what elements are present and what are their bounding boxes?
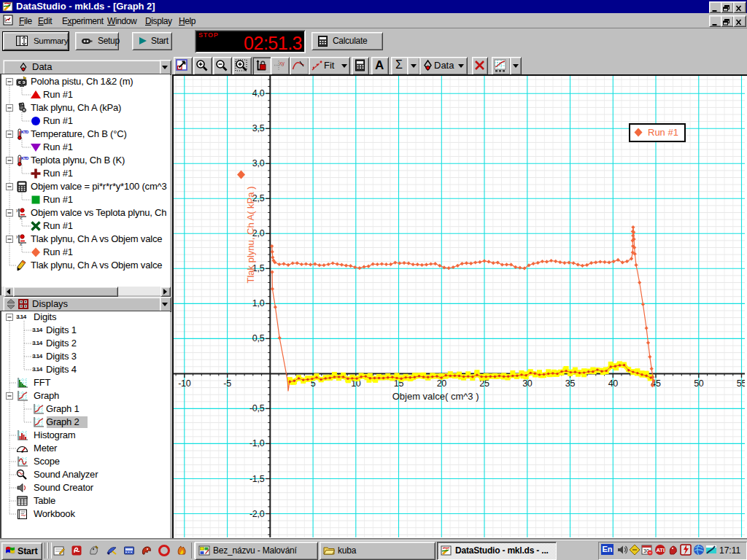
- svg-text:30: 30: [522, 378, 533, 389]
- svg-text:0,5: 0,5: [252, 333, 265, 343]
- svg-text:40: 40: [608, 378, 619, 389]
- svg-text:-10: -10: [178, 378, 191, 389]
- svg-text:x: x: [20, 216, 22, 220]
- svg-text:20: 20: [437, 378, 447, 389]
- svg-text:-5: -5: [223, 378, 231, 389]
- svg-text:3.14: 3.14: [16, 314, 27, 320]
- svg-text:-1,5: -1,5: [249, 474, 265, 484]
- svg-text:ATI: ATI: [657, 547, 665, 553]
- svg-text:35: 35: [565, 378, 576, 389]
- svg-text:-0,5: -0,5: [249, 403, 265, 413]
- svg-text:x: x: [20, 242, 22, 246]
- svg-text:KTD: KTD: [21, 130, 28, 134]
- svg-text:3.14: 3.14: [32, 354, 43, 359]
- svg-text:3.14: 3.14: [32, 367, 43, 373]
- svg-text:3,5: 3,5: [252, 123, 265, 133]
- svg-text:-2,0: -2,0: [249, 509, 265, 519]
- svg-text:55: 55: [737, 378, 745, 389]
- svg-text:KTD: KTD: [21, 156, 28, 160]
- svg-text:Run #1: Run #1: [648, 127, 678, 138]
- svg-text:-1,0: -1,0: [249, 438, 265, 448]
- svg-text:y: y: [16, 208, 18, 212]
- svg-text:Objem valce( cm^3 ): Objem valce( cm^3 ): [392, 391, 479, 402]
- svg-text:Tlak plynu, Ch A( kPa ): Tlak plynu, Ch A( kPa ): [245, 187, 256, 284]
- svg-text:4,0: 4,0: [252, 88, 265, 98]
- svg-text:50: 50: [694, 378, 704, 389]
- svg-text:xy: xy: [279, 61, 285, 66]
- svg-text:3.14: 3.14: [32, 341, 43, 346]
- svg-text:1,0: 1,0: [252, 298, 265, 308]
- svg-text:y: y: [16, 234, 18, 238]
- svg-text:3,0: 3,0: [252, 158, 265, 168]
- svg-text:3.14: 3.14: [32, 327, 43, 333]
